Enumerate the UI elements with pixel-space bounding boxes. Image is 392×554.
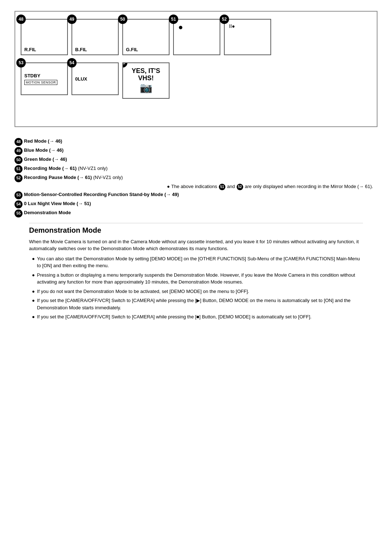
- bullet-list-item-4: ● If you set the [CAMERA/OFF/VCR] Switch…: [32, 297, 363, 311]
- legend-item-48: 48 Red Mode (→ 46): [15, 138, 377, 146]
- legend-bullet-1: ● The above indications 51 and 52 are on…: [167, 183, 377, 190]
- legend-item-50: 50 Green Mode (→ 46): [15, 156, 377, 164]
- bullet-text-1: You can also start the Demonstration Mod…: [37, 255, 363, 269]
- legend-item-54: 54 0 Lux Night View Mode (→ 51): [15, 200, 377, 208]
- label-gfil: G.FIL: [126, 47, 166, 52]
- badge-53: 53: [16, 58, 26, 68]
- badge-49: 49: [67, 15, 77, 24]
- inline-badge-51: 51: [219, 184, 225, 190]
- legend-section: 48 Red Mode (→ 46) 49 Blue Mode (→ 46) 5…: [15, 138, 377, 217]
- bullet-symbol-4: ●: [32, 297, 35, 304]
- legend-item-49: 49 Blue Mode (→ 46): [15, 147, 377, 155]
- badge-55: 55: [122, 62, 127, 68]
- legend-text-49: Blue Mode (→ 46): [24, 147, 377, 154]
- bullet-text-4: If you set the [CAMERA/OFF/VCR] Switch t…: [37, 297, 363, 311]
- vhs-content: YES, IT'SVHS! 📷: [132, 68, 160, 94]
- bullet-list-item-1: ● You can also start the Demonstration M…: [32, 255, 363, 269]
- bullet-symbol-1: ●: [32, 255, 35, 262]
- vhs-camera-icon: 📷: [132, 82, 160, 94]
- legend-badge-54: 54: [15, 200, 23, 208]
- legend-text-55: Demonstration Mode: [24, 209, 377, 216]
- bullet-list-item-5: ● If you set the [CAMERA/OFF/VCR] Switch…: [32, 313, 363, 321]
- legend-item-52: 52 Recording Pause Mode (→ 61) (NV-VZ1 o…: [15, 174, 377, 182]
- legend-item-51: 51 Recording Mode (→ 61) (NV-VZ1 only): [15, 165, 377, 173]
- box-52: 52 II●: [224, 19, 271, 55]
- box-50: 50 G.FIL: [122, 19, 170, 55]
- bullet-list-item-2: ● Pressing a button or displaying a menu…: [32, 272, 363, 286]
- badge-48: 48: [16, 15, 26, 24]
- legend-bold-51: Recording Mode (→ 61): [24, 166, 77, 171]
- icon-row-1: 48 R.FIL 49 B.FIL 50 G.FIL 51 ● 52 II●: [21, 19, 371, 55]
- legend-text-48: Red Mode (→ 46): [24, 138, 377, 144]
- bullet-dot-1: ●: [167, 183, 170, 190]
- inline-badge-52: 52: [237, 184, 243, 190]
- legend-text-53: Motion-Sensor-Controlled Recording Funct…: [24, 191, 377, 198]
- dot-51: ●: [177, 22, 217, 33]
- legend-badge-50: 50: [15, 156, 23, 164]
- section-intro: When the Movie Camera is turned on and i…: [29, 238, 363, 252]
- label-0lux: 0LUX: [75, 76, 87, 82]
- bullet-symbol-3: ●: [32, 288, 35, 295]
- bullet-text-3: If you do not want the Demonstration Mod…: [37, 288, 249, 295]
- legend-item-55: 55 Demonstration Mode: [15, 209, 377, 217]
- legend-badge-55: 55: [15, 209, 23, 217]
- label-stdby: STDBY: [24, 73, 40, 78]
- main-section: Demonstration Mode When the Movie Camera…: [15, 223, 377, 321]
- legend-bold-48: Red Mode (→ 46): [24, 138, 62, 144]
- legend-text-51: Recording Mode (→ 61) (NV-VZ1 only): [24, 165, 377, 172]
- section-title: Demonstration Mode: [29, 223, 363, 235]
- badge-50: 50: [118, 15, 127, 24]
- legend-bold-50: Green Mode (→ 46): [24, 156, 67, 162]
- vhs-text: YES, IT'SVHS!: [132, 68, 160, 82]
- bullet-list: ● You can also start the Demonstration M…: [32, 255, 363, 321]
- legend-bold-49: Blue Mode (→ 46): [24, 147, 64, 153]
- box-53: 53 STDBY MOTION SENSOR: [21, 62, 68, 95]
- bullet-symbol-2: ●: [32, 272, 35, 279]
- label-bfil: B.FIL: [75, 47, 115, 52]
- box-51: 51 ●: [173, 19, 220, 55]
- badge-51: 51: [169, 15, 178, 24]
- legend-bold-54: 0 Lux Night View Mode (→ 51): [24, 201, 91, 206]
- label-rfil: R.FIL: [24, 47, 64, 52]
- badge-52: 52: [220, 15, 229, 24]
- page: 48 R.FIL 49 B.FIL 50 G.FIL 51 ● 52 II●: [0, 0, 392, 334]
- legend-bold-52: Recording Pause Mode (→ 61): [24, 175, 92, 180]
- box-49: 49 B.FIL: [72, 19, 119, 55]
- icon-row-2: 53 STDBY MOTION SENSOR 54 0LUX 55 YES, I…: [21, 62, 371, 99]
- legend-badge-49: 49: [15, 147, 23, 155]
- legend-badge-52: 52: [15, 174, 23, 182]
- legend-text-54: 0 Lux Night View Mode (→ 51): [24, 200, 377, 207]
- legend-item-53: 53 Motion-Sensor-Controlled Recording Fu…: [15, 191, 377, 199]
- legend-badge-51: 51: [15, 165, 23, 173]
- box-48: 48 R.FIL: [21, 19, 68, 55]
- box-55: 55 YES, IT'SVHS! 📷: [122, 62, 170, 99]
- legend-badge-53: 53: [15, 191, 23, 199]
- bullet-symbol-5: ●: [32, 313, 35, 321]
- bullet-list-item-3: ● If you do not want the Demonstration M…: [32, 288, 363, 295]
- legend-badge-48: 48: [15, 138, 23, 146]
- legend-text-50: Green Mode (→ 46): [24, 156, 377, 163]
- legend-bold-53: Motion-Sensor-Controlled Recording Funct…: [24, 192, 179, 197]
- bullet-text-5: If you set the [CAMERA/OFF/VCR] Switch t…: [37, 313, 311, 321]
- legend-bold-55: Demonstration Mode: [24, 210, 71, 215]
- legend-text-52: Recording Pause Mode (→ 61) (NV-VZ1 only…: [24, 174, 377, 181]
- badge-54: 54: [67, 58, 77, 68]
- pause-icon-52: II●: [228, 22, 268, 30]
- bullet-text-2: Pressing a button or displaying a menu t…: [37, 272, 363, 286]
- legend-bullet-text-1: The above indications 51 and 52 are only…: [171, 183, 373, 190]
- sublabel-motion: MOTION SENSOR: [24, 80, 57, 85]
- diagram-area: 48 R.FIL 49 B.FIL 50 G.FIL 51 ● 52 II●: [15, 11, 377, 127]
- box-54: 54 0LUX: [72, 62, 119, 95]
